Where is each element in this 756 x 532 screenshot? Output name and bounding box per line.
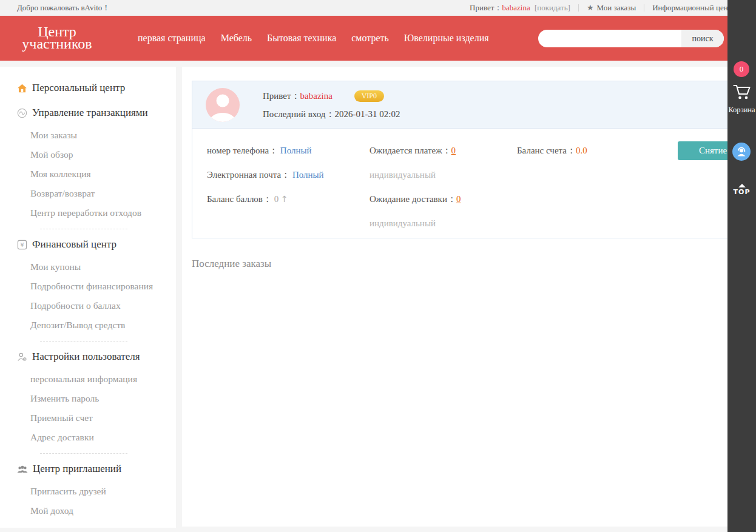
recent-orders-title: Последние заказы [192,258,271,270]
pending-delivery-count-link[interactable]: 0 [456,194,461,204]
section-title: Центр приглашений [33,463,121,475]
section-title: Финансовый центр [32,238,116,251]
sidebar-item-points-details[interactable]: Подробности о баллах [0,296,176,315]
sidebar-item-my-collection[interactable]: Моя коллекция [0,164,176,184]
sidebar: Персональный центр Управление транзакция… [0,67,176,528]
pending-payment-unit: индивидуальный [370,169,436,181]
right-rail: 0 Корзина TOP [727,0,756,532]
cart-count-badge[interactable]: 0 [734,61,749,77]
search-button[interactable]: поиск [681,30,724,47]
cart-label[interactable]: Корзина [727,106,756,115]
pending-payment-label: Ожидается платеж： [370,146,451,155]
main-header: Центр участников первая страница Мебель … [0,16,756,61]
section-title: Управление транзакциями [32,107,148,119]
back-to-top-button[interactable]: TOP [727,184,756,196]
my-orders-label: Мои заказы [597,3,636,12]
nav-item-jewelry[interactable]: Ювелирные изделия [404,33,489,44]
sidebar-item-deposit-withdraw[interactable]: Депозит/Вывод средств [0,315,176,335]
greeting-label: Привет： [470,3,502,12]
my-orders-link[interactable]: ★Мои заказы [587,3,636,13]
nav-item-home[interactable]: первая страница [138,33,206,44]
sidebar-items-invitations: Пригласить друзей Мой доход [0,482,176,520]
sidebar-item-recycling-center[interactable]: Центр переработки отходов [0,203,176,223]
top-label: TOP [727,188,756,196]
headset-person-icon [735,146,748,158]
support-button[interactable] [732,143,751,161]
welcome-text: Добро пожаловать вAvito！ [17,0,110,16]
sidebar-item-receiving-account[interactable]: Приемный счет [0,408,176,428]
logout-link[interactable]: [покидать] [535,3,570,12]
sidebar-item-delivery-address[interactable]: Адрес доставки [0,428,176,447]
greeting-group: Привет：babazina [покидать] [470,2,570,13]
sidebar-item-personal-info[interactable]: персональная информация [0,369,176,389]
arrow-up-icon: ↑ [281,194,288,204]
divider [40,229,127,229]
profile-strip: Привет：babazina VIP0 Последний вход：2026… [192,81,738,129]
profile-card: Привет：babazina VIP0 Последний вход：2026… [192,81,739,238]
yen-icon: ¥ [17,240,27,250]
email-complete-link[interactable]: Полный [292,170,324,180]
balance-label: Баланс счета： [517,146,576,155]
sidebar-items-finance: Мои купоны Подробности финансирования По… [0,257,176,335]
avatar[interactable] [206,88,240,122]
sidebar-item-my-review[interactable]: Мой обзор [0,145,176,164]
top-bar: Добро пожаловать вAvito！ Привет：babazina… [0,0,756,16]
pending-delivery-row: Ожидание доставки：0 [370,193,461,205]
email-row: Электронная почта： Полный [207,169,324,181]
pending-delivery-unit: индивидуальный [370,217,436,229]
nav-item-furniture[interactable]: Мебель [221,33,252,44]
phone-label: номер телефона： [207,146,278,155]
points-row: Баланс баллов： 0 ↑ [207,193,288,205]
points-value: 0 [274,194,279,204]
divider [40,453,127,454]
sidebar-items-user-settings: персональная информация Изменить пароль … [0,369,176,447]
divider [578,4,579,12]
sidebar-section-finance[interactable]: ¥ Финансовый центр [0,237,176,252]
section-title: Персональный центр [32,82,125,94]
pending-payment-row: Ожидается платеж：0 [370,144,456,157]
balance-row: Баланс счета：0.0 [517,144,587,157]
site-logo[interactable]: Центр участников [11,25,103,50]
sidebar-section-transactions[interactable]: Управление транзакциями [0,105,176,121]
cart-icon[interactable] [732,82,751,104]
points-label: Баланс баллов： [207,194,272,204]
sidebar-item-my-income[interactable]: Мой доход [0,501,176,520]
sidebar-section-user-settings[interactable]: Настройки пользователя [0,349,176,365]
profile-username[interactable]: babazina [300,91,332,101]
last-login: Последний вход：2026-01-31 02:02 [263,109,400,120]
account-stats: номер телефона： Полный Электронная почта… [192,129,738,238]
sidebar-item-my-orders[interactable]: Мои заказы [0,126,176,145]
sidebar-item-my-coupons[interactable]: Мои купоны [0,257,176,277]
sidebar-item-financing-details[interactable]: Подробности финансирования [0,277,176,296]
divider [40,341,127,342]
user-gear-icon [17,352,27,362]
sidebar-section-invitations[interactable]: Центр приглашений [0,461,176,477]
sidebar-item-change-password[interactable]: Изменить пароль [0,389,176,408]
nav-item-appliances[interactable]: Бытовая техника [267,33,336,44]
email-label: Электронная почта： [207,170,290,180]
people-icon [17,465,28,474]
info-center-link[interactable]: Информационный центр [652,3,735,13]
sidebar-section-personal-center[interactable]: Персональный центр [0,80,176,96]
search-input[interactable] [538,30,681,47]
main-nav: первая страница Мебель Бытовая техника с… [138,16,489,61]
topbar-links: Привет：babazina [покидать] ★Мои заказы И… [470,0,735,16]
logo-line2: участников [11,38,103,50]
main-panel: Привет：babazina VIP0 Последний вход：2026… [182,67,756,527]
balance-value: 0.0 [576,146,587,155]
section-title: Настройки пользователя [32,351,140,363]
exchange-icon [17,108,27,118]
greeting-label: Привет： [263,91,300,101]
profile-greeting: Привет：babazina VIP0 [263,90,384,102]
sidebar-item-returns[interactable]: Возврат/возврат [0,184,176,203]
phone-row: номер телефона： Полный [207,144,312,157]
username-link[interactable]: babazina [502,3,530,12]
sidebar-item-invite-friends[interactable]: Пригласить друзей [0,482,176,501]
sidebar-items-transactions: Мои заказы Мой обзор Моя коллекция Возвр… [0,126,176,223]
search-box: поиск [538,30,724,47]
avatar-silhouette-icon [206,88,240,122]
nav-item-watch[interactable]: смотреть [351,33,389,44]
triangle-up-icon [738,184,746,187]
phone-complete-link[interactable]: Полный [280,146,312,155]
pending-payment-count-link[interactable]: 0 [451,146,456,155]
